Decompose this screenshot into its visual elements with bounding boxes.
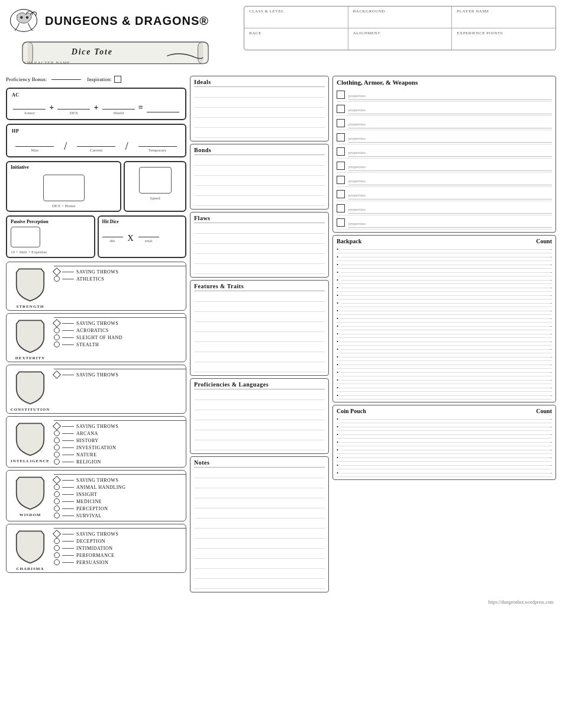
equip-name-4[interactable]: properties:	[348, 146, 552, 157]
speed-value[interactable]	[139, 167, 172, 194]
skill-investigation[interactable]: INVESTIGATION	[54, 444, 186, 450]
equip-name-0[interactable]: properties:	[348, 89, 552, 100]
coin-name[interactable]	[341, 458, 550, 458]
equip-name-3[interactable]: properties:	[348, 131, 552, 143]
inv-name[interactable]	[341, 372, 550, 373]
equip-name-5[interactable]: properties:	[348, 160, 552, 171]
coinpouch-item-2[interactable]: •-	[337, 431, 552, 439]
hitdice-die-value[interactable]	[102, 227, 123, 237]
coin-name[interactable]	[341, 442, 550, 443]
ac-dex-value[interactable]	[57, 100, 90, 109]
backpack-item-18[interactable]: •-	[337, 384, 552, 392]
backpack-item-15[interactable]: •-	[337, 361, 552, 369]
coin-count[interactable]: -	[550, 416, 552, 422]
skill-saving-throws[interactable]: SAVING THROWS	[54, 477, 186, 483]
skill-nature[interactable]: NATURE	[54, 452, 186, 458]
equip-name-1[interactable]: properties:	[348, 103, 552, 114]
coin-count[interactable]: -	[550, 424, 552, 430]
equip-checkbox-8[interactable]	[337, 204, 345, 212]
hitdice-total-value[interactable]	[138, 227, 159, 237]
backpack-item-4[interactable]: •-	[337, 276, 552, 284]
skill-persuasion[interactable]: PERSUASION	[54, 559, 186, 565]
inv-name[interactable]	[341, 272, 550, 273]
inv-count[interactable]: -	[550, 392, 552, 398]
backpack-item-16[interactable]: •-	[337, 369, 552, 376]
backpack-item-7[interactable]: •-	[337, 299, 552, 307]
ac-shield-value[interactable]	[102, 100, 135, 109]
coinpouch-item-7[interactable]: •-	[337, 469, 552, 477]
skill-intimidation[interactable]: INTIMIDATION	[54, 545, 186, 551]
inv-name[interactable]	[341, 318, 550, 319]
inv-name[interactable]	[341, 380, 550, 381]
backpack-item-10[interactable]: •-	[337, 323, 552, 330]
skill-saving-throws[interactable]: SAVING THROWS	[54, 269, 186, 275]
skill-insight[interactable]: INSIGHT	[54, 491, 186, 497]
inv-count[interactable]: -	[550, 315, 552, 321]
inv-count[interactable]: -	[550, 354, 552, 360]
inv-count[interactable]: -	[550, 369, 552, 375]
inv-name[interactable]	[341, 342, 550, 342]
coinpouch-item-6[interactable]: •-	[337, 462, 552, 469]
skill-animal-handling[interactable]: ANIMAL HANDLING	[54, 484, 186, 490]
coin-name[interactable]	[341, 473, 550, 473]
backpack-item-17[interactable]: •-	[337, 376, 552, 384]
inv-name[interactable]	[341, 365, 550, 365]
skill-survival[interactable]: SURVIVAL	[54, 513, 186, 518]
equip-name-9[interactable]: properties:	[348, 217, 552, 228]
coinpouch-item-4[interactable]: •-	[337, 446, 552, 454]
skill-perception[interactable]: PERCEPTION	[54, 505, 186, 511]
hp-temp-value[interactable]	[138, 136, 177, 147]
skill-saving-throws[interactable]: SAVING THROWS	[54, 372, 186, 378]
race-cell[interactable]: RACE	[244, 28, 348, 50]
inv-count[interactable]: -	[550, 377, 552, 383]
equip-checkbox-4[interactable]	[337, 147, 345, 156]
inv-count[interactable]: -	[550, 262, 552, 268]
coin-name[interactable]	[341, 450, 550, 450]
skill-religion[interactable]: RELIGION	[54, 459, 186, 465]
skill-medicine[interactable]: MEDICINE	[54, 498, 186, 504]
skill-performance[interactable]: PERFORMANCE	[54, 552, 186, 558]
inv-count[interactable]: -	[550, 246, 552, 252]
inv-name[interactable]	[341, 334, 550, 334]
alignment-cell[interactable]: ALIGNMENT	[348, 28, 453, 50]
inv-name[interactable]	[341, 249, 550, 250]
skill-deception[interactable]: DECEPTION	[54, 538, 186, 544]
equip-checkbox-0[interactable]	[337, 91, 345, 99]
coin-name[interactable]	[341, 427, 550, 427]
coinpouch-item-5[interactable]: •-	[337, 454, 552, 462]
equip-checkbox-3[interactable]	[337, 133, 345, 141]
player-name-cell[interactable]: PLAYER NAME	[452, 7, 555, 28]
backpack-item-12[interactable]: •-	[337, 338, 552, 346]
backpack-item-9[interactable]: •-	[337, 315, 552, 323]
inv-name[interactable]	[341, 303, 550, 304]
inv-name[interactable]	[341, 395, 550, 396]
backpack-item-3[interactable]: •-	[337, 269, 552, 276]
equip-name-8[interactable]: properties:	[348, 202, 552, 214]
inv-count[interactable]: -	[550, 339, 552, 344]
equip-name-2[interactable]: properties:	[348, 117, 552, 128]
coin-count[interactable]: -	[550, 455, 552, 460]
coin-name[interactable]	[341, 419, 550, 420]
backpack-item-11[interactable]: •-	[337, 330, 552, 338]
equip-checkbox-2[interactable]	[337, 119, 345, 127]
passive-value[interactable]	[11, 227, 40, 247]
inv-name[interactable]	[341, 288, 550, 288]
inv-count[interactable]: -	[550, 331, 552, 337]
inv-count[interactable]: -	[550, 346, 552, 352]
inv-count[interactable]: -	[550, 362, 552, 368]
inv-name[interactable]	[341, 388, 550, 388]
inv-count[interactable]: -	[550, 254, 552, 260]
inv-count[interactable]: -	[550, 277, 552, 283]
inspiration-checkbox[interactable]	[114, 76, 121, 83]
coin-count[interactable]: -	[550, 439, 552, 445]
initiative-value[interactable]	[43, 175, 85, 201]
inv-count[interactable]: -	[550, 292, 552, 298]
class-level-cell[interactable]: CLASS & LEVEL	[244, 7, 348, 28]
coinpouch-item-3[interactable]: •-	[337, 439, 552, 446]
equip-checkbox-5[interactable]	[337, 162, 345, 170]
backpack-item-2[interactable]: •-	[337, 261, 552, 269]
backpack-item-0[interactable]: •-	[337, 246, 552, 253]
equip-checkbox-7[interactable]	[337, 190, 345, 198]
inv-count[interactable]: -	[550, 308, 552, 314]
inv-count[interactable]: -	[550, 385, 552, 391]
